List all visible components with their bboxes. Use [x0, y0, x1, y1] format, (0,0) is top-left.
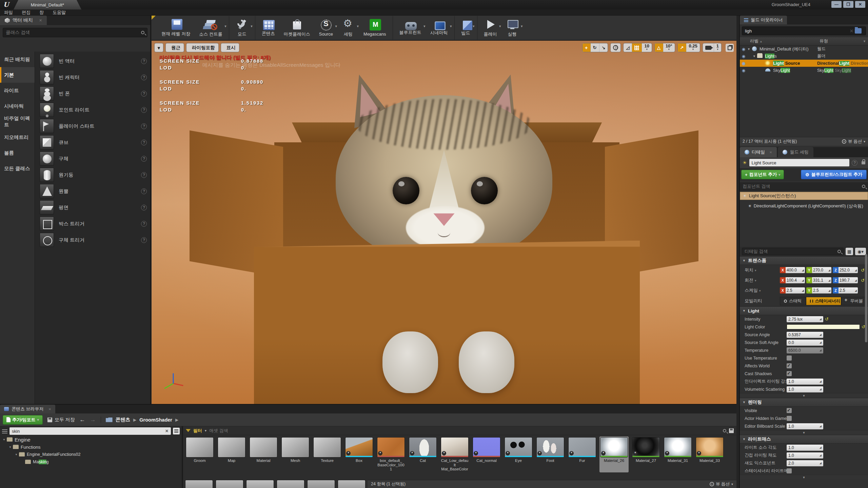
level-tab[interactable]: Minimal_Default* — [14, 0, 81, 9]
details-search-input[interactable]: 디테일 검색 — [742, 248, 844, 255]
asset-tile-partial[interactable] — [307, 480, 335, 488]
spinner-icon[interactable]: ◢ — [855, 279, 857, 282]
property-matrix-icon[interactable]: ▦ — [846, 248, 853, 255]
property-value-field[interactable]: 0.0◢ — [787, 340, 823, 346]
viewport-options-button[interactable]: ▾ — [154, 43, 163, 52]
help-icon[interactable]: ? — [141, 75, 147, 80]
asset-tile[interactable]: * Cat_normal — [472, 436, 501, 472]
chevron-down-icon[interactable]: ▾ — [423, 24, 426, 28]
spinner-icon[interactable]: ◢ — [828, 279, 830, 282]
outliner-row[interactable]: ◉ Light Source DirectionalLightDirection… — [740, 60, 868, 67]
visibility-eye-icon[interactable]: ◉ — [740, 68, 747, 73]
asset-tile[interactable]: * box_default_ BaseColor_1001 — [376, 436, 406, 472]
asset-tile-partial[interactable] — [338, 480, 366, 488]
asset-tile-partial[interactable] — [185, 480, 213, 488]
asset-tile[interactable]: * Material_27 — [631, 436, 660, 472]
scale-tool-button[interactable]: ↘ — [599, 43, 608, 52]
help-icon[interactable]: ? — [141, 188, 147, 194]
viewport-maximize-button[interactable] — [726, 44, 734, 52]
toolbar-button[interactable]: 실행 ▾ — [501, 16, 523, 40]
section-expander[interactable]: ▼ — [740, 393, 868, 398]
outliner-search-input[interactable]: ligh ✕ — [742, 26, 866, 35]
rotation-snap-value[interactable]: 10°▾ — [663, 43, 675, 52]
grid-snap-value[interactable]: 10▾ — [642, 43, 651, 52]
transform-y-field[interactable]: 270.0◢ — [812, 267, 831, 273]
spinner-icon[interactable]: ◢ — [855, 289, 857, 292]
details-view-options-icon[interactable]: ◉▾ — [855, 248, 866, 255]
checkbox[interactable] — [787, 363, 792, 368]
asset-tile[interactable]: * Material_26 — [599, 436, 629, 472]
close-button[interactable]: ✕ — [855, 1, 865, 8]
outliner-filter-icon[interactable]: ▼ — [863, 40, 868, 43]
transform-x-field[interactable]: 400.0◢ — [786, 267, 805, 273]
help-icon[interactable]: ? — [141, 156, 147, 162]
checkbox[interactable] — [787, 371, 792, 376]
content-view-options-button[interactable]: 뷰 옵션▾ — [710, 481, 733, 487]
transform-x-field[interactable]: 2.5◢ — [786, 287, 805, 293]
chevron-down-icon[interactable]: ▾ — [224, 24, 226, 28]
chevron-down-icon[interactable]: ▾ — [521, 24, 523, 28]
mobility-option[interactable]: 스태틱 — [780, 297, 806, 305]
section-collapse-icon[interactable]: ▼ — [743, 259, 746, 262]
actor-item[interactable]: 박스 트리거 ? — [35, 216, 150, 232]
asset-tile-partial[interactable] — [246, 480, 274, 488]
outliner-row[interactable]: ◉ SkyLight SkyLightSkyLight — [740, 67, 868, 74]
toolbar-button[interactable]: 현재 레벨 저장 ▾ — [157, 16, 195, 40]
expand-arrow-icon[interactable]: ▼ — [8, 446, 12, 449]
expand-arrow-icon[interactable]: ▼ — [753, 55, 757, 58]
color-swatch[interactable] — [787, 324, 860, 329]
visibility-eye-icon[interactable]: ◉ — [740, 54, 747, 59]
spinner-icon[interactable]: ◢ — [820, 380, 822, 383]
viewport-mode-button[interactable]: 원근 — [165, 43, 184, 52]
property-value-field[interactable]: 1.0◢ — [787, 379, 823, 385]
world-outliner-tab[interactable]: 월드 아웃라이너 — [740, 16, 787, 24]
component-search-input[interactable]: 컴포넌트 검색 — [740, 182, 868, 190]
transform-z-field[interactable]: 190.7◢ — [839, 277, 858, 283]
asset-tile[interactable]: * Mesh — [281, 436, 310, 472]
level-viewport[interactable]: ▾ 원근 라이팅포함 표시 — [152, 41, 736, 404]
help-icon[interactable]: ? — [141, 237, 147, 243]
world-local-toggle[interactable] — [611, 43, 620, 52]
checkbox[interactable] — [787, 416, 792, 421]
outliner-view-options-button[interactable]: 뷰 옵션▾ — [842, 139, 865, 144]
spinner-icon[interactable]: ◢ — [855, 269, 857, 272]
checkbox[interactable] — [787, 408, 792, 413]
class-search-input[interactable]: 클래스 검색 — [3, 28, 147, 37]
visibility-eye-icon[interactable]: ◉ — [740, 61, 747, 66]
help-icon[interactable]: ? — [852, 160, 857, 166]
folder-tree-row[interactable]: ▼ Engine — [0, 436, 182, 443]
toolbar-button[interactable]: 블루프린트 ▾ — [393, 16, 426, 40]
spinner-icon[interactable]: ◢ — [802, 269, 804, 272]
outliner-row[interactable]: ◉ ▼ Minimal_Default (에디터) 월드 — [740, 45, 868, 53]
breadcrumb-item[interactable]: 콘텐츠 — [116, 416, 131, 423]
visibility-eye-icon[interactable]: ◉ — [740, 47, 747, 52]
actor-item[interactable]: 빈 캐릭터 ? — [35, 69, 150, 85]
actor-item[interactable]: 구체 ? — [35, 150, 150, 167]
minimize-button[interactable]: — — [831, 1, 842, 8]
help-icon[interactable]: ? — [141, 221, 147, 227]
menu-item[interactable]: 파일 — [4, 9, 13, 16]
transform-z-field[interactable]: 252.0◢ — [839, 267, 858, 273]
asset-tile[interactable]: * Material — [249, 436, 278, 472]
asset-tile-partial[interactable] — [277, 480, 304, 488]
spinner-icon[interactable]: ◢ — [820, 349, 822, 352]
actor-item[interactable]: 플레이어 스타트 ? — [35, 118, 150, 134]
camera-speed-button[interactable] — [703, 43, 714, 52]
property-value-field[interactable]: 0.5357◢ — [787, 332, 823, 338]
chevron-down-icon[interactable]: ▾ — [450, 24, 452, 28]
tab-close-icon[interactable]: ✕ — [48, 407, 51, 411]
actor-category[interactable]: 시네마틱 — [0, 98, 35, 114]
filter-funnel-icon[interactable] — [186, 429, 191, 432]
property-value-field[interactable]: 2.0◢ — [787, 460, 823, 466]
mobility-option[interactable]: 무버블 — [841, 297, 867, 305]
section-expander[interactable]: ▼ — [740, 430, 868, 435]
add-component-button[interactable]: + 컴포넌트 추가 ▾ — [741, 170, 784, 179]
section-collapse-icon[interactable]: ▼ — [743, 438, 746, 441]
section-expander[interactable]: ▼ — [740, 475, 868, 480]
section-collapse-icon[interactable]: ▼ — [743, 401, 746, 404]
clear-search-icon[interactable]: ✕ — [165, 429, 169, 433]
actor-category[interactable]: 볼륨 — [0, 145, 35, 161]
asset-tile[interactable]: * Material_33 — [695, 436, 724, 472]
property-value-field[interactable]: 6500.0◢ — [787, 347, 823, 353]
actor-category[interactable]: 라이트 — [0, 83, 35, 98]
